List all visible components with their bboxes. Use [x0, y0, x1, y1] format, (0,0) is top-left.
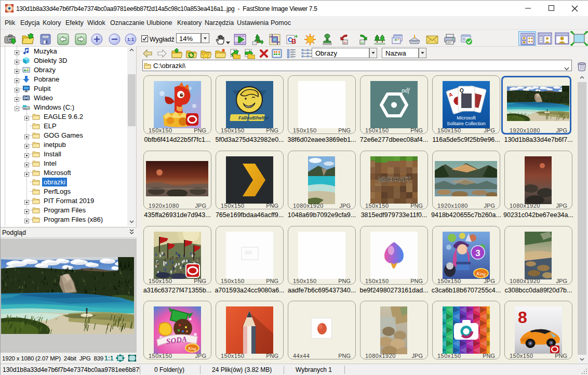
svg-text:Q: Q: [460, 88, 464, 93]
svg-text:90: 90: [360, 41, 364, 44]
svg-text:3: 3: [475, 248, 480, 258]
svg-text:pdf: pdf: [401, 87, 410, 94]
svg-text:Solitaire Collection: Solitaire Collection: [447, 121, 486, 126]
svg-text:90: 90: [343, 41, 347, 44]
svg-text:B: B: [291, 37, 296, 45]
svg-text:8: 8: [518, 308, 527, 327]
svg-text:1:1: 1:1: [127, 37, 134, 42]
svg-text:King: King: [476, 271, 486, 276]
svg-text:MINECRAFT: MINECRAFT: [378, 176, 411, 183]
svg-text:Microsoft: Microsoft: [457, 115, 476, 120]
svg-text:King: King: [188, 346, 196, 351]
svg-text:Shelter: Shelter: [253, 115, 269, 120]
svg-text:Fallout: Fallout: [238, 115, 254, 120]
